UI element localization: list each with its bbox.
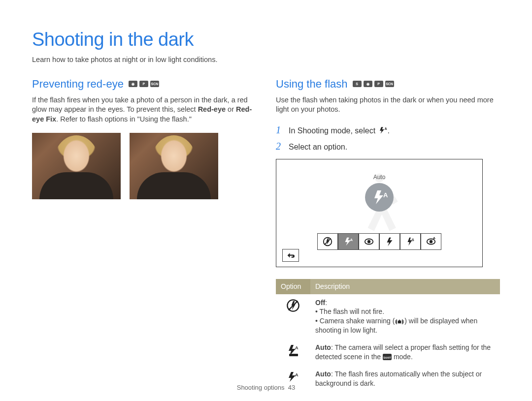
step-1: 1 In Shooting mode, select A . xyxy=(276,123,500,137)
table-row: A Auto: The camera will select a proper … xyxy=(276,339,500,366)
table-header-option: Option xyxy=(276,279,310,294)
redeye-paragraph: If the flash fires when you take a photo… xyxy=(32,95,256,124)
program-mode-icon: P xyxy=(139,81,148,87)
lcd-auto-label: Auto xyxy=(365,173,394,181)
step-text: In Shooting mode, select A . xyxy=(289,125,390,136)
svg-text:A: A xyxy=(295,345,299,350)
flash-option-slowsync[interactable]: S xyxy=(400,233,421,250)
text: . xyxy=(388,126,390,135)
camera-mode-icon: ◉ xyxy=(364,81,372,87)
flash-paragraph: Use the flash when taking photos in the … xyxy=(276,95,500,115)
list-item: The flash will not fire. xyxy=(315,307,495,316)
smart-mode-inline-icon xyxy=(383,354,392,360)
mode-icons-group: ◉ P SCN xyxy=(129,81,159,87)
flash-options-table: Option Description Off: xyxy=(276,279,500,392)
heading-preventing-red-eye: Preventing red-eye ◉ P SCN xyxy=(32,77,256,92)
step-text: Select an option. xyxy=(289,142,347,153)
scene-mode-icon: SCN xyxy=(385,81,394,87)
text: . Refer to flash options in "Using the f… xyxy=(56,115,192,123)
flash-option-strip: A S xyxy=(317,233,441,250)
text: mode. xyxy=(392,353,413,361)
example-photos xyxy=(32,133,256,199)
footer-page-number: 43 xyxy=(288,384,295,391)
option-title-auto: Auto xyxy=(315,370,331,378)
heading-using-flash: Using the flash S ◉ P SCN xyxy=(276,77,500,92)
flash-option-off[interactable] xyxy=(317,233,338,250)
flash-option-fillin[interactable] xyxy=(379,233,400,250)
text: or xyxy=(226,105,236,113)
camera-mode-icon: ◉ xyxy=(129,81,137,87)
table-row: Off: The flash will not fire. Camera sha… xyxy=(276,294,500,339)
flash-option-auto-selected[interactable]: A xyxy=(338,233,359,250)
svg-text:S: S xyxy=(412,238,414,242)
lcd-flash-auto-icon: A xyxy=(365,183,394,212)
step-number: 2 xyxy=(276,140,284,153)
svg-rect-13 xyxy=(289,354,298,356)
heading-text: Using the flash xyxy=(276,77,348,92)
table-header-description: Description xyxy=(310,279,500,294)
page-intro: Learn how to take photos at night or in … xyxy=(32,55,500,65)
photo-redeye-after xyxy=(130,133,218,199)
photo-redeye-before xyxy=(32,133,121,199)
camera-shake-icon xyxy=(395,318,404,325)
flash-option-redeye[interactable] xyxy=(359,233,379,250)
scene-mode-icon: SCN xyxy=(150,81,159,87)
page-footer: Shooting options 43 xyxy=(0,383,532,392)
svg-text:A: A xyxy=(295,372,299,377)
flash-option-redeyefix[interactable] xyxy=(421,233,441,250)
svg-point-9 xyxy=(430,240,432,243)
heading-text: Preventing red-eye xyxy=(32,77,124,92)
svg-point-6 xyxy=(367,240,370,243)
flash-off-icon xyxy=(286,298,300,313)
program-mode-icon: P xyxy=(374,81,383,87)
smart-mode-icon: S xyxy=(353,81,362,87)
left-column: Preventing red-eye ◉ P SCN If the flash … xyxy=(32,77,256,392)
lcd-preview: Auto A A xyxy=(276,159,483,267)
list-item: Camera shake warning ( ) will be display… xyxy=(315,316,495,335)
back-button[interactable] xyxy=(282,249,299,262)
bold-red-eye: Red-eye xyxy=(198,105,226,113)
right-column: Using the flash S ◉ P SCN Use the flash … xyxy=(276,77,500,392)
text: In Shooting mode, select xyxy=(289,126,378,135)
page-title: Shooting in the dark xyxy=(32,27,500,52)
svg-text:A: A xyxy=(350,238,353,242)
mode-icons-group: S ◉ P SCN xyxy=(353,81,394,87)
step-2: 2 Select an option. xyxy=(276,140,500,153)
flash-auto-icon: A xyxy=(286,370,300,384)
svg-text:A: A xyxy=(383,191,388,199)
flash-auto-smart-icon: A xyxy=(286,343,300,358)
text: : xyxy=(325,299,327,307)
svg-text:A: A xyxy=(384,127,387,131)
option-title-auto: Auto xyxy=(315,343,331,351)
step-number: 1 xyxy=(276,123,284,137)
flash-auto-icon: A xyxy=(378,126,388,134)
option-title-off: Off xyxy=(315,299,325,307)
footer-section: Shooting options xyxy=(237,384,285,391)
text: Camera shake warning ( xyxy=(320,317,395,325)
